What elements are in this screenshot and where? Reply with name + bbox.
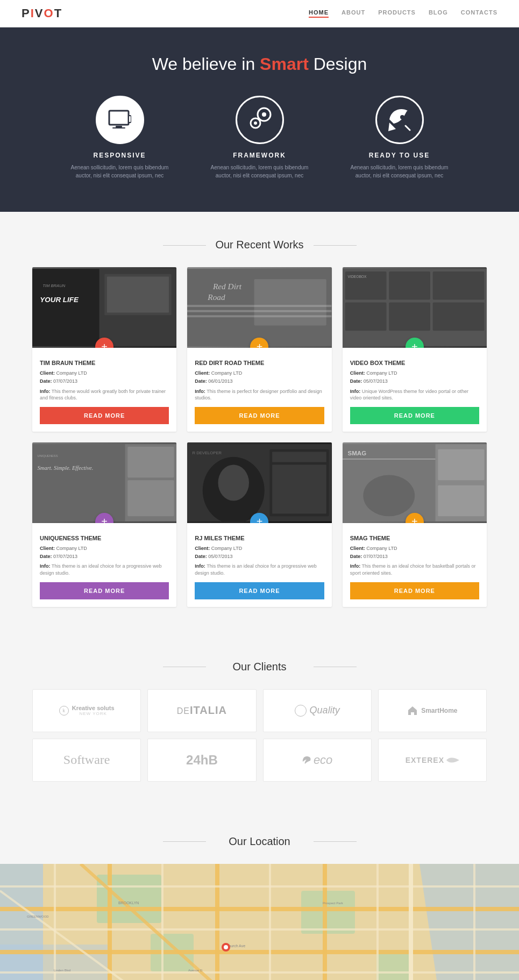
works-title: Our Recent Works (32, 239, 487, 251)
work-info-6: SMAG THEME Client: Company LTD Date: 07/… (343, 523, 487, 607)
svg-rect-66 (0, 928, 519, 931)
client-exterex: EXTEREX (378, 739, 487, 782)
svg-rect-47 (343, 459, 436, 460)
svg-rect-35 (127, 447, 174, 477)
work-card-uniqueness: UNIQUENESS Smart. Simple. Effective. + U… (32, 442, 176, 607)
work-info-3: VIDEO BOX THEME Client: Company LTD Date… (343, 348, 487, 432)
svg-text:TIM BRAUN: TIM BRAUN (42, 283, 66, 288)
smarthome-label: SmartHome (421, 707, 457, 714)
svg-rect-64 (409, 864, 413, 980)
deitalia-label: DEITALIA (177, 704, 227, 717)
work-title-3: VIDEO BOX THEME (350, 360, 479, 366)
logo-red-i: I (31, 6, 35, 20)
svg-rect-68 (54, 864, 56, 980)
svg-text:Avenue D: Avenue D (188, 969, 203, 972)
svg-text:UNIQUENESS: UNIQUENESS (38, 454, 58, 457)
clients-title: Our Clients (32, 661, 487, 673)
svg-rect-67 (0, 971, 519, 974)
svg-text:R DEVELOPER: R DEVELOPER (193, 450, 222, 455)
work-meta-2: Client: Company LTD Date: 06/01/2013 Inf… (195, 369, 324, 402)
svg-text:BROOKLYN: BROOKLYN (118, 901, 139, 905)
thumb-video-box: VIDEOBOX + (343, 267, 487, 348)
svg-rect-43 (272, 464, 326, 513)
plus-overlay-6: + (406, 513, 424, 523)
read-more-btn-4[interactable]: READ MORE (40, 582, 169, 599)
svg-point-40 (218, 464, 249, 500)
work-card-video-box: VIDEOBOX + VIDEO BOX THEME Client: Compa… (343, 267, 487, 432)
location-title: Our Location (32, 835, 487, 848)
svg-text:YOUR LIFE: YOUR LIFE (40, 296, 79, 304)
work-card-smag: SMAG + SMAG THEME Client: Company LTD Da… (343, 442, 487, 607)
svg-rect-72 (473, 864, 475, 980)
svg-text:GREENWOOD: GREENWOOD (27, 915, 49, 918)
client-software: Software (32, 739, 141, 782)
nav-contacts[interactable]: CONTACTS (461, 9, 497, 18)
read-more-btn-2[interactable]: READ MORE (195, 407, 324, 424)
svg-rect-22 (254, 279, 326, 325)
plus-btn-1[interactable]: + (95, 338, 113, 348)
logo[interactable]: PIVOT (22, 6, 62, 20)
svg-rect-0 (109, 111, 129, 125)
software-label: Software (63, 753, 110, 767)
svg-text:Road: Road (208, 292, 226, 302)
svg-rect-36 (127, 480, 174, 516)
plus-btn-3[interactable]: + (406, 338, 424, 348)
svg-rect-69 (161, 864, 163, 980)
svg-rect-49 (438, 485, 484, 517)
nav-blog[interactable]: BLOG (429, 9, 448, 18)
features-row: RESPONSIVE Aenean sollicitudin, lorem qu… (22, 96, 497, 180)
read-more-btn-1[interactable]: READ MORE (40, 407, 169, 424)
plus-overlay-4: + (95, 513, 113, 523)
svg-rect-1 (116, 126, 122, 127)
plus-btn-2[interactable]: + (250, 338, 268, 348)
plus-btn-6[interactable]: + (406, 513, 424, 523)
plus-overlay-3: + (406, 338, 424, 348)
work-info-5: RJ MILES THEME Client: Company LTD Date:… (187, 523, 331, 607)
works-section: Our Recent Works TIM BRAUN YOUR LIFE + (0, 212, 519, 634)
thumb-smag: SMAG + (343, 442, 487, 523)
svg-rect-59 (0, 950, 519, 954)
ready-icon (375, 96, 424, 144)
read-more-btn-3[interactable]: READ MORE (350, 407, 479, 424)
thumb-overlay-text: TIM BRAUN YOUR LIFE (32, 267, 176, 348)
feature-ready: READY TO USE Aenean sollicitudin, lorem … (346, 96, 453, 180)
svg-rect-42 (272, 452, 326, 462)
svg-rect-63 (323, 864, 327, 980)
read-more-btn-5[interactable]: READ MORE (195, 582, 324, 599)
clients-grid: k Kreative soluts NEW YORK DEITALIA Qual… (32, 689, 487, 782)
framework-desc: Aenean sollicitudin, lorem quis bibendum… (206, 163, 314, 180)
plus-btn-5[interactable]: + (250, 513, 268, 523)
feature-framework: FRAMEWORK Aenean sollicitudin, lorem qui… (206, 96, 314, 180)
svg-text:Smart. Simple. Effective.: Smart. Simple. Effective. (38, 465, 94, 471)
svg-rect-71 (376, 864, 379, 980)
work-meta-6: Client: Company LTD Date: 07/07/2013 Inf… (350, 545, 479, 577)
svg-rect-54 (97, 875, 161, 923)
nav-products[interactable]: PRODUCTS (378, 9, 416, 18)
responsive-desc: Aenean sollicitudin, lorem quis bibendum… (66, 163, 174, 180)
plus-btn-4[interactable]: + (95, 513, 113, 523)
ready-label: READY TO USE (346, 152, 453, 159)
works-grid: TIM BRAUN YOUR LIFE + TIM BRAUN THEME Cl… (32, 267, 487, 607)
thumb-tim-braun: TIM BRAUN YOUR LIFE + (32, 267, 176, 348)
hero-highlight: Smart (260, 54, 309, 74)
nav-about[interactable]: ABOUT (342, 9, 365, 18)
work-title-2: RED DIRT ROAD THEME (195, 360, 324, 366)
svg-point-8 (254, 121, 257, 125)
work-card-rj-miles: R DEVELOPER + RJ MILES THEME Client: Com… (187, 442, 331, 607)
svg-rect-70 (269, 864, 271, 980)
svg-rect-2 (112, 127, 125, 128)
work-card-red-dirt: Red Dirt Road + RED DIRT ROAD THEME Clie… (187, 267, 331, 432)
framework-label: FRAMEWORK (206, 152, 314, 159)
svg-text:SMAG: SMAG (347, 450, 366, 456)
svg-rect-57 (376, 950, 409, 980)
framework-icon (236, 96, 284, 144)
24hb-label: 24hB (186, 753, 218, 768)
clients-section: Our Clients k Kreative soluts NEW YORK D… (0, 634, 519, 809)
svg-rect-28 (389, 302, 430, 331)
eco-label: eco (314, 753, 332, 767)
read-more-btn-6[interactable]: READ MORE (350, 582, 479, 599)
svg-rect-25 (389, 271, 430, 300)
exterex-label: EXTEREX (406, 756, 444, 764)
nav-home[interactable]: HOME (309, 9, 329, 18)
quality-circle-icon (295, 705, 307, 717)
